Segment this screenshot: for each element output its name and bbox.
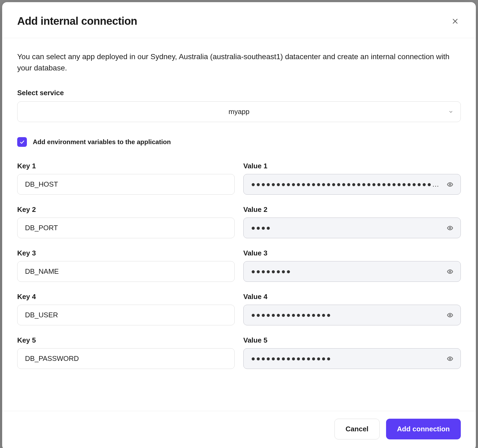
- env-key-input[interactable]: [17, 348, 235, 369]
- modal-title: Add internal connection: [17, 15, 137, 27]
- env-value-input[interactable]: [243, 348, 461, 369]
- env-value-wrap: [243, 305, 461, 325]
- svg-point-2: [449, 184, 451, 185]
- env-value-group: Value 5: [243, 336, 461, 369]
- env-key-group: Key 4: [17, 293, 235, 325]
- eye-icon: [447, 225, 453, 231]
- eye-icon: [447, 312, 453, 318]
- eye-icon: [447, 355, 453, 362]
- close-icon: [452, 18, 459, 25]
- close-button[interactable]: [450, 16, 461, 27]
- svg-point-3: [449, 227, 451, 229]
- check-icon: [19, 139, 25, 145]
- add-connection-button[interactable]: Add connection: [386, 419, 461, 439]
- env-value-label: Value 5: [243, 336, 461, 344]
- env-key-input[interactable]: [17, 174, 235, 195]
- env-key-label: Key 5: [17, 336, 235, 344]
- env-value-group: Value 3: [243, 249, 461, 282]
- eye-icon: [447, 268, 453, 275]
- env-key-group: Key 1: [17, 162, 235, 195]
- env-value-wrap: [243, 174, 461, 195]
- modal-header: Add internal connection: [2, 2, 476, 38]
- env-value-wrap: [243, 218, 461, 238]
- add-env-vars-checkbox[interactable]: [17, 137, 27, 147]
- env-key-label: Key 2: [17, 205, 235, 214]
- modal-description: You can select any app deployed in our S…: [17, 51, 461, 74]
- env-vars-grid: Key 1 Value 1 Ke: [17, 162, 461, 380]
- env-key-label: Key 3: [17, 249, 235, 257]
- env-key-input[interactable]: [17, 261, 235, 282]
- env-value-wrap: [243, 261, 461, 282]
- env-value-label: Value 3: [243, 249, 461, 257]
- svg-point-4: [449, 271, 451, 272]
- env-value-group: Value 1: [243, 162, 461, 195]
- cancel-button[interactable]: Cancel: [334, 419, 379, 439]
- env-key-input[interactable]: [17, 305, 235, 325]
- eye-icon: [447, 181, 453, 188]
- reveal-value-button[interactable]: [445, 223, 455, 233]
- select-service-value: myapp: [229, 108, 249, 116]
- env-value-label: Value 1: [243, 162, 461, 170]
- env-value-group: Value 2: [243, 205, 461, 238]
- env-key-group: Key 2: [17, 205, 235, 238]
- reveal-value-button[interactable]: [445, 180, 455, 189]
- env-value-group: Value 4: [243, 293, 461, 325]
- env-value-input[interactable]: [243, 305, 461, 325]
- env-value-label: Value 4: [243, 293, 461, 301]
- add-env-vars-row: Add environment variables to the applica…: [17, 137, 461, 147]
- select-service-wrap: myapp: [17, 101, 461, 122]
- add-env-vars-label: Add environment variables to the applica…: [33, 138, 171, 146]
- env-key-label: Key 1: [17, 162, 235, 170]
- env-value-input[interactable]: [243, 218, 461, 238]
- env-key-input[interactable]: [17, 218, 235, 238]
- select-service-dropdown[interactable]: myapp: [17, 101, 461, 122]
- modal-footer: Cancel Add connection: [2, 411, 476, 448]
- svg-point-6: [449, 358, 451, 360]
- env-value-label: Value 2: [243, 205, 461, 214]
- env-key-group: Key 5: [17, 336, 235, 369]
- env-value-input[interactable]: [243, 261, 461, 282]
- select-service-label: Select service: [17, 89, 461, 97]
- env-key-group: Key 3: [17, 249, 235, 282]
- env-value-input[interactable]: [243, 174, 461, 195]
- add-internal-connection-modal: Add internal connection You can select a…: [2, 2, 476, 448]
- svg-point-5: [449, 314, 451, 316]
- env-key-label: Key 4: [17, 293, 235, 301]
- reveal-value-button[interactable]: [445, 354, 455, 364]
- reveal-value-button[interactable]: [445, 310, 455, 320]
- env-value-wrap: [243, 348, 461, 369]
- reveal-value-button[interactable]: [445, 267, 455, 276]
- modal-body: You can select any app deployed in our S…: [2, 38, 476, 411]
